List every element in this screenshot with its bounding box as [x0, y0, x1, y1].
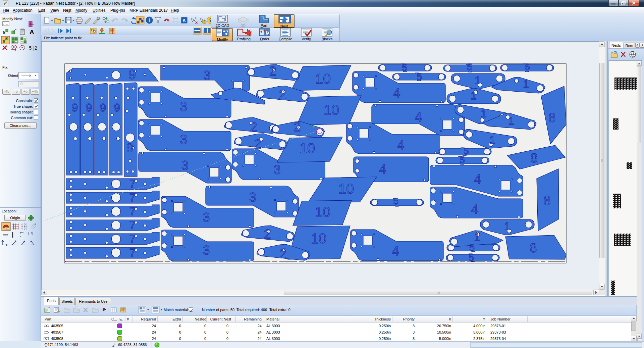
svg-text:6: 6	[525, 62, 530, 72]
svg-text:K: K	[182, 18, 186, 23]
svg-text:4: 4	[392, 244, 399, 258]
svg-text:10: 10	[315, 71, 331, 87]
svg-text:2: 2	[269, 64, 276, 78]
svg-text:5: 5	[460, 155, 465, 165]
svg-text:7: 7	[129, 218, 136, 231]
svg-text:3: 3	[249, 190, 256, 204]
svg-text:2: 2	[264, 227, 271, 241]
svg-text:2: 2	[279, 247, 286, 261]
svg-text:9: 9	[128, 67, 136, 82]
svg-text:10: 10	[300, 140, 315, 156]
svg-text:1: 1	[481, 107, 487, 119]
svg-text:5: 5	[417, 71, 422, 82]
svg-text:1: 1	[475, 74, 481, 86]
svg-text:3: 3	[180, 133, 187, 147]
svg-text:7: 7	[129, 191, 136, 204]
svg-text:5: 5	[469, 242, 475, 253]
svg-text:4: 4	[393, 86, 400, 100]
svg-text:5|2: 5|2	[29, 46, 37, 51]
svg-text:7: 7	[129, 232, 136, 245]
svg-text:+: +	[194, 16, 196, 20]
svg-text:1: 1	[489, 134, 495, 146]
svg-text:1: 1	[474, 231, 480, 243]
svg-text:1: 1	[504, 220, 510, 232]
svg-text:10: 10	[315, 204, 331, 220]
svg-text:4: 4	[474, 172, 481, 186]
svg-text:8: 8	[530, 241, 537, 255]
svg-text:2: 2	[279, 88, 286, 102]
svg-text:10: 10	[324, 102, 339, 118]
svg-text:9: 9	[114, 101, 120, 114]
svg-text:5: 5	[467, 62, 472, 72]
svg-text:4: 4	[397, 138, 404, 152]
svg-text:7: 7	[129, 205, 136, 217]
svg-text:3: 3	[203, 243, 210, 257]
svg-text:10: 10	[338, 181, 354, 197]
svg-text:9: 9	[86, 101, 92, 114]
svg-text:3: 3	[273, 163, 280, 177]
svg-text:2: 2	[250, 120, 257, 134]
svg-text:3: 3	[203, 68, 210, 83]
svg-text:i: i	[149, 17, 150, 23]
svg-text:1: 1	[523, 78, 529, 90]
svg-text:3: 3	[181, 158, 188, 172]
svg-text:3: 3	[180, 100, 187, 114]
svg-text:x: x	[195, 20, 198, 25]
svg-text:1: 1	[508, 115, 514, 127]
svg-text:?: ?	[203, 20, 205, 24]
svg-text:10: 10	[311, 231, 327, 246]
svg-text:8: 8	[543, 194, 550, 208]
svg-text:7: 7	[129, 177, 136, 190]
svg-text:5: 5	[402, 62, 407, 73]
svg-text:7: 7	[129, 246, 136, 259]
svg-text:4: 4	[471, 202, 478, 216]
svg-text:9: 9	[72, 101, 78, 114]
svg-text:9: 9	[126, 141, 133, 155]
svg-text:2: 2	[254, 137, 261, 151]
svg-text:A: A	[30, 29, 34, 36]
svg-text:3: 3	[203, 210, 210, 225]
svg-text:4: 4	[379, 162, 386, 176]
svg-text:8: 8	[530, 151, 537, 165]
svg-text:4: 4	[415, 110, 422, 124]
svg-text:5: 5	[393, 196, 398, 206]
svg-text:9: 9	[100, 101, 106, 114]
svg-text:8: 8	[548, 111, 555, 125]
svg-text:2: 2	[293, 120, 301, 134]
svg-text:1: 1	[471, 90, 477, 102]
